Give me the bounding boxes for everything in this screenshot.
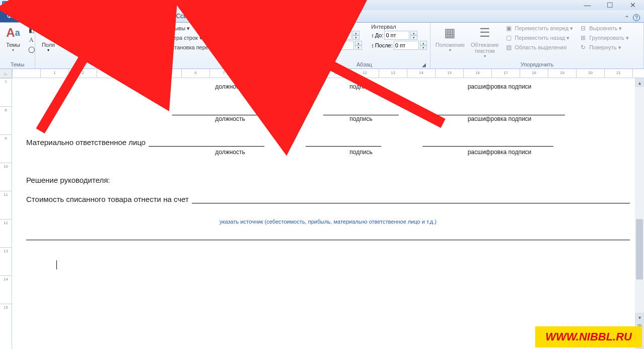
group-icon: ⊞ bbox=[579, 34, 587, 42]
document-page[interactable]: должность подпись расшифровка подписи до… bbox=[12, 78, 644, 349]
help-icon[interactable]: ? bbox=[633, 14, 640, 21]
tab-view[interactable]: Вид bbox=[304, 10, 328, 22]
signature-line bbox=[172, 105, 288, 115]
indent-left-label: Слева: bbox=[307, 32, 325, 38]
quick-access-toolbar: W 💾 ↶ ↷ ▾ bbox=[0, 1, 50, 9]
title-bar: W 💾 ↶ ↷ ▾ Документ2 - Microsoft Word — ☐… bbox=[0, 0, 644, 10]
breaks-button[interactable]: ≡Разрывы ▾ bbox=[150, 24, 230, 33]
minimize-button[interactable]: — bbox=[576, 0, 599, 10]
maximize-button[interactable]: ☐ bbox=[599, 0, 621, 10]
columns-icon: ▥ bbox=[127, 25, 144, 41]
group-paragraph: Отступ ⇥ Слева: ▴▾ ⇤ Справа: ▴▾ Интервал bbox=[299, 23, 431, 68]
themes-button[interactable]: Aa Темы ▾ bbox=[3, 24, 23, 53]
horizontal-line bbox=[26, 240, 630, 240]
save-icon[interactable]: 💾 bbox=[12, 1, 20, 9]
word-app-icon: W bbox=[2, 1, 10, 9]
send-backward-button[interactable]: ▢Переместить назад ▾ bbox=[503, 33, 575, 42]
indent-left-input[interactable] bbox=[326, 31, 351, 40]
position-button[interactable]: ▦ Положение▾ bbox=[434, 24, 467, 53]
tab-mailings[interactable]: Рассылки bbox=[204, 10, 244, 22]
spin-up[interactable]: ▴ bbox=[410, 31, 417, 35]
group-page-background-label: Фон страницы bbox=[237, 60, 295, 68]
underline bbox=[306, 137, 381, 147]
margins-button[interactable]: ▯ Поля▾ bbox=[38, 24, 58, 53]
tab-home[interactable]: Главная bbox=[29, 10, 65, 22]
text-cursor bbox=[56, 260, 57, 269]
selection-pane-button[interactable]: ▤Область выделения bbox=[503, 43, 575, 52]
size-icon: ▯ bbox=[101, 25, 117, 41]
size-button[interactable]: ▯ Размер▾ bbox=[98, 24, 121, 53]
document-area: 78910 11121314 15 должность подпись расш… bbox=[0, 78, 644, 349]
spin-down[interactable]: ▾ bbox=[420, 45, 427, 50]
bring-forward-icon: ▣ bbox=[505, 24, 513, 32]
breaks-icon: ≡ bbox=[152, 24, 160, 32]
tab-insert[interactable]: Вставка bbox=[65, 10, 101, 22]
group-button[interactable]: ⊞Группировать ▾ bbox=[577, 33, 631, 42]
indent-left-icon: ⇥ bbox=[302, 32, 306, 39]
wrap-text-button[interactable]: ☰ Обтекание текстом▾ bbox=[469, 24, 500, 59]
ribbon-tabs: Файл Главная Вставка Разметка страницы С… bbox=[0, 10, 644, 23]
rotate-button[interactable]: ↻Повернуть ▾ bbox=[577, 43, 631, 52]
spin-down[interactable]: ▾ bbox=[352, 35, 360, 40]
indent-right-input[interactable] bbox=[329, 41, 354, 50]
undo-icon[interactable]: ↶ bbox=[22, 1, 30, 9]
sig-position-label: должность bbox=[172, 83, 288, 90]
spin-up[interactable]: ▴ bbox=[420, 41, 427, 45]
selection-pane-icon: ▤ bbox=[505, 43, 513, 51]
scroll-thumb[interactable] bbox=[636, 219, 643, 280]
spacing-before-input[interactable] bbox=[384, 31, 409, 40]
page-color-button[interactable]: 🟦Цвет страницы ▾ bbox=[237, 33, 295, 42]
mat-resp-label: Материально ответственное лицо bbox=[26, 138, 146, 147]
tab-page-layout[interactable]: Разметка страницы bbox=[101, 11, 170, 23]
scroll-up-button[interactable]: ▴ bbox=[635, 78, 644, 87]
group-arrange: ▦ Положение▾ ☰ Обтекание текстом▾ ▣Перем… bbox=[431, 23, 644, 68]
columns-button[interactable]: ▥ Колонки▾ bbox=[123, 24, 148, 53]
line-numbers-button[interactable]: ⋮Номера строк ▾ bbox=[150, 33, 230, 42]
window-controls: — ☐ ✕ bbox=[576, 0, 644, 10]
redo-icon[interactable]: ↷ bbox=[32, 1, 40, 9]
cost-line-text: Стоимость списанного товара отнести на с… bbox=[26, 195, 189, 203]
hyphenation-button[interactable]: bª⁻Расстановка переносов ▾ bbox=[150, 43, 230, 52]
watermark-button[interactable]: ▤Подложка ▾ bbox=[237, 24, 295, 33]
group-page-background: ▤Подложка ▾ 🟦Цвет страницы ▾ ▢Границы ст… bbox=[234, 23, 299, 68]
bring-forward-button[interactable]: ▣Переместить вперед ▾ bbox=[503, 24, 575, 33]
hyphenation-icon: bª⁻ bbox=[152, 43, 160, 51]
group-page-setup: ▯ Поля▾ ▭ Ориентация▾ ▯ Размер▾ ▥ Колонк… bbox=[35, 23, 234, 68]
signature-line bbox=[323, 105, 399, 115]
margins-icon: ▯ bbox=[40, 25, 56, 41]
align-button[interactable]: ⊟Выровнять ▾ bbox=[577, 24, 631, 33]
close-button[interactable]: ✕ bbox=[621, 0, 644, 10]
horizontal-ruler[interactable]: ∟ 1234 56789 1011121314 1516171819 20212… bbox=[0, 69, 644, 78]
spacing-before-icon: ↕ bbox=[371, 32, 374, 38]
orientation-icon: ▭ bbox=[70, 25, 86, 41]
page-borders-icon: ▢ bbox=[239, 43, 247, 51]
vertical-ruler[interactable]: 78910 11121314 15 bbox=[0, 78, 12, 349]
spin-up[interactable]: ▴ bbox=[355, 41, 362, 45]
tab-references[interactable]: Ссылки bbox=[170, 10, 204, 22]
themes-icon: Aa bbox=[5, 25, 21, 41]
ruler-corner: ∟ bbox=[0, 69, 12, 78]
spacing-after-input[interactable] bbox=[394, 41, 419, 50]
page-setup-dialog-launcher[interactable]: ◢ bbox=[225, 62, 229, 67]
paragraph-dialog-launcher[interactable]: ◢ bbox=[422, 62, 426, 67]
page-borders-button[interactable]: ▢Границы страниц bbox=[237, 43, 295, 52]
vertical-scrollbar[interactable]: ▴ ▾ ⦿ • ⦿ bbox=[635, 78, 644, 349]
orientation-button[interactable]: ▭ Ориентация▾ bbox=[60, 24, 96, 53]
source-note: указать источник (себестоимость, прибыль… bbox=[26, 219, 630, 225]
sig-signature-label: подпись bbox=[323, 83, 399, 90]
send-backward-icon: ▢ bbox=[505, 34, 513, 42]
spin-down[interactable]: ▾ bbox=[355, 45, 362, 50]
watermark-icon: ▤ bbox=[239, 24, 247, 32]
spin-up[interactable]: ▴ bbox=[352, 31, 360, 35]
decision-header: Решение руководителя: bbox=[26, 176, 630, 184]
qat-dropdown-icon[interactable]: ▾ bbox=[42, 1, 50, 9]
spacing-header: Интервал bbox=[371, 24, 427, 30]
sig-decode-label: расшифровка подписи bbox=[434, 83, 565, 90]
tab-review[interactable]: Рецензирование bbox=[244, 10, 304, 22]
file-tab[interactable]: Файл bbox=[0, 10, 29, 22]
scroll-down-button[interactable]: ▾ bbox=[635, 313, 644, 322]
spin-down[interactable]: ▾ bbox=[410, 35, 417, 40]
group-themes-label: Темы bbox=[3, 60, 32, 68]
spacing-after-icon: ↕ bbox=[371, 42, 374, 48]
minimize-ribbon-icon[interactable]: ⌃ bbox=[623, 14, 631, 22]
